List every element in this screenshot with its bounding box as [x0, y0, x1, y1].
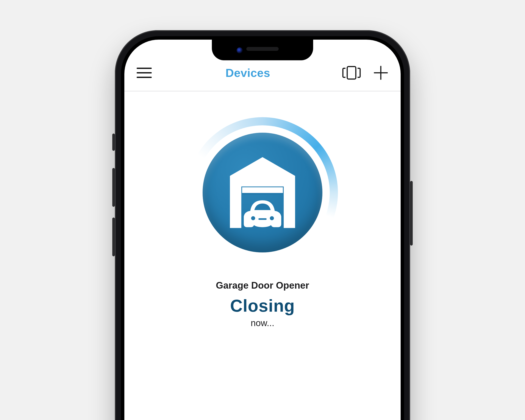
phone-screen: Devices [124, 40, 401, 420]
device-name-label: Garage Door Opener [216, 280, 309, 291]
silent-switch [112, 134, 115, 151]
svg-rect-10 [258, 218, 267, 220]
device-status-label: Closing [230, 296, 295, 316]
carousel-view-button[interactable] [341, 63, 362, 83]
page-title: Devices [225, 66, 270, 79]
device-panel: Garage Door Opener Closing now... [124, 91, 401, 328]
plus-icon [374, 65, 388, 80]
power-button [410, 181, 413, 246]
device-substatus-label: now... [251, 318, 274, 328]
garage-with-car-icon [222, 152, 303, 233]
hamburger-icon [137, 67, 152, 79]
menu-button[interactable] [134, 63, 155, 83]
add-button[interactable] [370, 63, 391, 83]
svg-rect-3 [347, 67, 356, 79]
svg-point-8 [251, 216, 255, 220]
earpiece-speaker-icon [246, 47, 279, 51]
volume-up-button [112, 168, 115, 207]
carousel-icon [342, 65, 361, 80]
front-camera-icon [237, 47, 243, 54]
garage-door-button-core [203, 133, 322, 252]
phone-notch [212, 40, 313, 60]
svg-point-9 [270, 216, 274, 220]
svg-rect-7 [242, 193, 283, 195]
phone-frame: Devices [115, 30, 410, 420]
garage-door-toggle-button[interactable] [187, 117, 338, 268]
svg-rect-6 [242, 187, 283, 193]
volume-down-button [112, 218, 115, 256]
